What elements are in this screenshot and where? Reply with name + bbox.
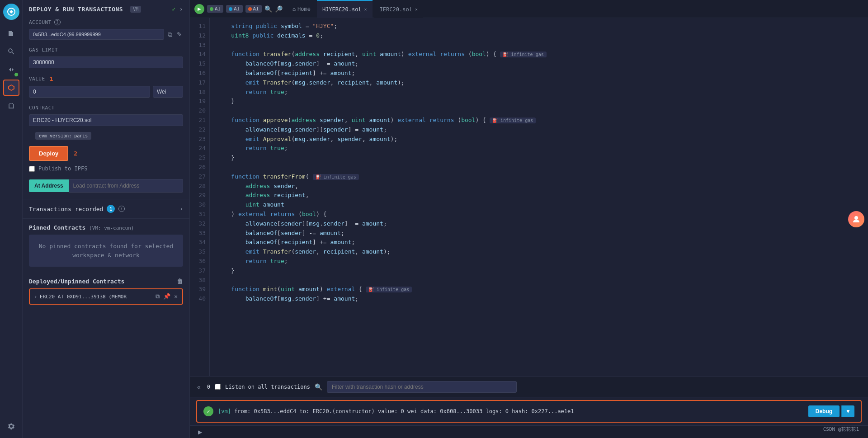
ai-orange-dot	[248, 7, 252, 11]
contract-select[interactable]: ERC20 - HJYERC20.sol	[29, 114, 183, 126]
code-line-16: balanceOf[recipient] += amount;	[217, 69, 861, 78]
code-line-27: function transferFrom(⛽ infinite gas	[217, 172, 861, 182]
tx-success-icon: ✓	[203, 406, 213, 416]
code-line-18: return true;	[217, 88, 861, 97]
user-avatar[interactable]	[848, 211, 864, 227]
code-editor: 1112131415161718192021222324252627282930…	[190, 18, 868, 376]
transactions-recorded-left: Transactions recorded 1 i	[29, 205, 125, 213]
tx-log: ✓ [vm] from: 0x5B3...eddC4 to: ERC20.(co…	[190, 397, 868, 425]
tx-details: from: 0x5B3...eddC4 to: ERC20.(construct…	[231, 408, 574, 414]
ai-label-1: AI	[215, 6, 221, 12]
tab-hjyerc20[interactable]: HJYERC20.sol ✕	[317, 0, 373, 18]
expand-console-button[interactable]: «	[195, 381, 203, 392]
value-row: Wei Gwei Finney Ether	[23, 84, 189, 101]
filter-search-icon: 🔍	[315, 383, 322, 391]
copy-contract-icon[interactable]: ⧉	[156, 293, 160, 300]
code-content[interactable]: string public symbol = "HJYC"; uint8 pub…	[210, 18, 868, 376]
evm-version-badge: evm version: paris	[23, 130, 189, 146]
account-info-icon[interactable]: i	[54, 19, 61, 25]
svg-point-3	[854, 216, 858, 220]
arrow-icon[interactable]: ›	[179, 5, 183, 13]
transactions-recorded-count: 1	[107, 205, 115, 213]
code-line-29: address recipient,	[217, 191, 861, 200]
line-numbers: 1112131415161718192021222324252627282930…	[190, 18, 210, 376]
code-line-19: }	[217, 97, 861, 106]
deployed-contracts-title: Deployed/Unpinned Contracts	[29, 278, 124, 285]
deploy-num-indicator: 2	[74, 150, 77, 157]
code-line-24: return true;	[217, 144, 861, 153]
sidebar-item-deploy[interactable]	[3, 80, 19, 96]
run-button[interactable]: ▶	[194, 4, 204, 14]
tab-ierc20-label: IERC20.sol	[380, 6, 412, 13]
edit-account-button[interactable]: ✎	[176, 30, 183, 39]
sidebar-item-plugins[interactable]	[3, 98, 19, 114]
code-line-37: }	[217, 266, 861, 276]
ai-green-dot	[210, 7, 213, 11]
deploy-button[interactable]: Deploy	[29, 146, 68, 161]
code-line-21: function approve(address spender, uint a…	[217, 116, 861, 125]
copy-account-button[interactable]: ⧉	[167, 30, 173, 39]
code-line-35: emit Transfer(sender, recipient, amount)…	[217, 247, 861, 257]
tab-hjyerc20-close[interactable]: ✕	[364, 7, 367, 12]
contract-label: CONTRACT	[23, 101, 189, 113]
ai-badge-3[interactable]: AI	[245, 5, 262, 13]
debug-button[interactable]: Debug	[808, 405, 840, 417]
ai-badge-2[interactable]: AI	[226, 5, 242, 13]
tab-ierc20[interactable]: IERC20.sol ✕	[374, 0, 423, 18]
listen-checkbox[interactable]	[215, 384, 221, 390]
sidebar-item-compiler[interactable]	[3, 61, 19, 78]
sidebar-item-search[interactable]	[3, 43, 19, 60]
bottom-expand-button[interactable]: ▶	[196, 427, 204, 437]
ai-label-3: AI	[253, 6, 259, 12]
chevron-right-icon: ›	[180, 206, 183, 212]
checkmark-icon[interactable]: ✓	[172, 5, 175, 13]
sidebar-item-files[interactable]	[3, 25, 19, 42]
ai-label-2: AI	[234, 6, 240, 12]
unit-select[interactable]: Wei Gwei Finney Ether	[153, 86, 183, 98]
search-button-1[interactable]: 🔍	[264, 5, 272, 13]
contract-item-label: ERC20 AT 0XD91...39138 (MEMOR	[40, 294, 127, 300]
at-address-button[interactable]: At Address	[29, 179, 69, 192]
publish-ipfs-checkbox[interactable]	[29, 166, 35, 172]
svg-point-1	[9, 49, 12, 52]
tab-ierc20-close[interactable]: ✕	[415, 7, 418, 12]
top-bar-icons: ▶ AI AI AI 🔍 🔎	[194, 4, 283, 14]
transactions-info-icon[interactable]: i	[118, 206, 125, 212]
code-line-31: ) external returns (bool) {	[217, 210, 861, 219]
pinned-contracts-title: Pinned Contracts (VM: vm-cancun)	[29, 224, 183, 231]
transactions-recorded-row[interactable]: Transactions recorded 1 i ›	[23, 201, 189, 217]
watermark: CSDN @花花花1	[823, 426, 859, 433]
value-num-indicator: 1	[50, 75, 53, 82]
filter-input[interactable]	[327, 381, 517, 393]
deployed-contracts-section: Deployed/Unpinned Contracts 🗑 › ERC20 AT…	[23, 274, 189, 306]
app-logo	[3, 4, 19, 20]
code-line-25: }	[217, 153, 861, 163]
divider-1	[23, 199, 189, 199]
at-address-input[interactable]	[69, 179, 183, 193]
at-address-row: At Address	[23, 176, 189, 197]
pin-contract-icon[interactable]: 📌	[163, 293, 170, 300]
debug-expand-button[interactable]: ▼	[841, 405, 854, 417]
delete-contract-icon[interactable]: ✕	[174, 293, 178, 300]
publish-ipfs-label: Publish to IPFS	[38, 165, 87, 172]
contract-item[interactable]: › ERC20 AT 0XD91...39138 (MEMOR ⧉ 📌 ✕	[29, 288, 183, 305]
panel-header-icons: ✓ ›	[172, 5, 183, 13]
main-area: ▶ AI AI AI 🔍 🔎 ⌂ Home HJYERC20.sol ✕	[190, 0, 868, 438]
value-input[interactable]	[29, 86, 150, 98]
home-icon: ⌂	[292, 6, 296, 12]
code-line-14: function transfer(address recipient, uin…	[217, 50, 861, 59]
gas-limit-input[interactable]	[29, 57, 183, 68]
sidebar-item-settings[interactable]	[3, 418, 19, 434]
trash-icon[interactable]: 🗑	[177, 278, 183, 285]
search-button-2[interactable]: 🔎	[275, 5, 283, 13]
value-label: VALUE 1	[23, 72, 189, 84]
contract-item-left: › ERC20 AT 0XD91...39138 (MEMOR	[34, 294, 127, 300]
icon-bar	[0, 0, 23, 438]
tab-home[interactable]: ⌂ Home	[288, 4, 315, 14]
code-line-23: emit Approval(msg.sender, spender, amoun…	[217, 135, 861, 144]
pinned-contracts-section: Pinned Contracts (VM: vm-cancun) No pinn…	[23, 221, 189, 268]
pinned-contracts-empty: No pinned contracts found for selected w…	[29, 235, 183, 267]
account-select[interactable]: 0x5B3...eddC4 (99.999999999	[29, 29, 164, 40]
panel-header: DEPLOY & RUN TRANSACTIONS VM ✓ ›	[23, 0, 189, 15]
ai-badge-1[interactable]: AI	[207, 5, 223, 13]
